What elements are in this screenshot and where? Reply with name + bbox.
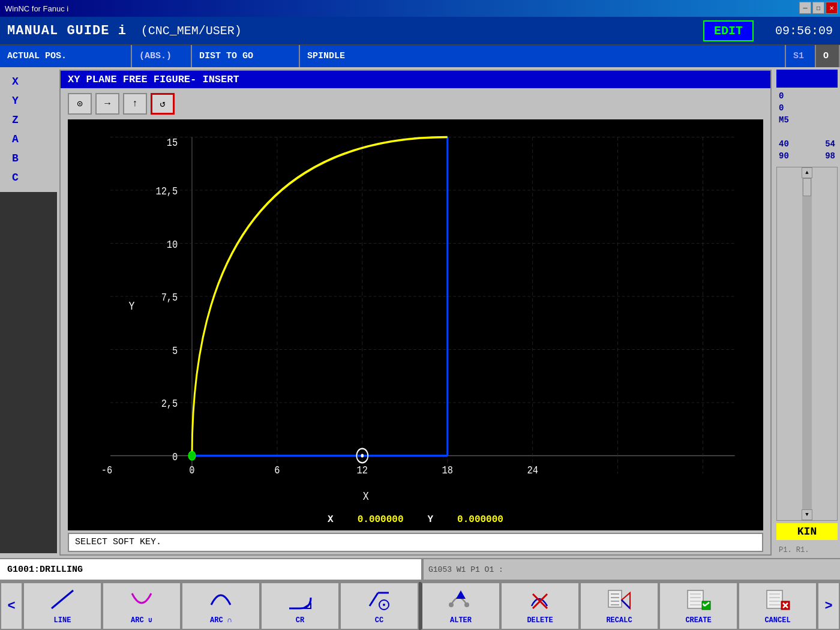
left-sidebar: X Y Z A B C <box>0 67 57 558</box>
y-coord-value: 0.000000 <box>457 514 503 525</box>
nav-right-button[interactable]: > <box>817 582 840 630</box>
svg-text:Y: Y <box>128 299 134 313</box>
gcode-right-text: G1053 W1 P1 O1 : <box>428 565 503 574</box>
title-bar: WinNC for Fanuc i ─ □ ✕ <box>0 0 840 17</box>
axis-y: Y <box>0 91 57 110</box>
svg-point-34 <box>361 454 364 458</box>
actual-pos-cell: ACTUAL POS. <box>0 45 132 67</box>
line-button[interactable]: LINE <box>23 582 102 630</box>
arc-down-label: ARC ∩ <box>210 616 232 625</box>
alter-icon <box>448 588 474 615</box>
x-coord-label: X <box>328 514 334 525</box>
abs-cell: (ABS.) <box>132 45 192 67</box>
scroll-down[interactable]: ▼ <box>802 509 812 520</box>
svg-point-39 <box>383 604 385 606</box>
svg-text:24: 24 <box>527 464 538 477</box>
svg-marker-42 <box>456 590 466 599</box>
create-label: CREATE <box>685 616 711 625</box>
status-message: SELECT SOFT KEY. <box>68 533 763 552</box>
axis-a: A <box>0 130 57 149</box>
recalc-label: RECALC <box>606 616 632 625</box>
arc-down-button[interactable]: ARC ∩ <box>181 582 260 630</box>
gcode-left: G1001:DRILLING <box>0 559 422 580</box>
svg-text:X: X <box>363 490 369 504</box>
alter-label: ALTER <box>450 616 472 625</box>
right-val-98: 98 <box>825 151 835 161</box>
svg-text:10: 10 <box>167 238 178 251</box>
axis-c: C <box>0 168 57 187</box>
p1r1-label: P1. R1. <box>776 545 838 556</box>
s1-cell: S1 <box>786 45 816 67</box>
dist-to-go-label: DIST TO GO <box>199 51 253 61</box>
close-button[interactable]: ✕ <box>826 2 838 14</box>
axis-z: Z <box>0 110 57 130</box>
minimize-button[interactable]: ─ <box>799 2 811 14</box>
cc-icon <box>366 588 392 615</box>
axis-x: X <box>0 72 57 91</box>
svg-text:0: 0 <box>189 464 194 477</box>
svg-text:18: 18 <box>442 464 452 477</box>
kin-badge: KIN <box>776 523 838 540</box>
svg-text:15: 15 <box>167 137 178 149</box>
svg-text:12,5: 12,5 <box>155 185 178 198</box>
svg-text:5: 5 <box>172 344 178 357</box>
cr-button[interactable]: CR <box>260 582 340 630</box>
cancel-button[interactable]: CANCEL <box>738 582 817 630</box>
svg-text:12: 12 <box>357 464 368 477</box>
center-panel: XY PLANE FREE FIGURE- INSERT ⊙ → ↑ ↺ <box>57 67 774 558</box>
svg-point-40 <box>449 602 454 607</box>
svg-line-36 <box>370 593 378 606</box>
scroll-up[interactable]: ▲ <box>802 167 812 178</box>
alter-button[interactable]: ALTER <box>421 582 500 630</box>
toolbar-arrow-btn[interactable]: → <box>95 93 119 115</box>
app-title: MANUAL GUIDE i <box>7 23 127 38</box>
toolbar-up-btn[interactable]: ↑ <box>123 93 147 115</box>
s1-label: S1 <box>793 51 804 61</box>
line-icon <box>49 588 76 615</box>
toolbar-point-btn[interactable]: ⊙ <box>68 93 92 115</box>
xy-dialog-title: XY PLANE FREE FIGURE- INSERT <box>61 71 770 88</box>
bottom-toolbar: < LINE ARC ∪ <box>0 581 840 630</box>
arc-up-label: ARC ∪ <box>131 616 152 625</box>
line-label: LINE <box>54 616 71 625</box>
right-val-40: 40 <box>779 139 789 149</box>
window-controls[interactable]: ─ □ ✕ <box>799 2 838 14</box>
chart-svg: 0 2,5 5 7,5 10 12,5 15 Y -6 0 6 12 18 24 <box>68 119 763 509</box>
svg-text:0: 0 <box>172 451 178 463</box>
cc-label: CC <box>375 616 383 625</box>
cc-button[interactable]: CC <box>340 582 419 630</box>
create-button[interactable]: CREATE <box>659 582 738 630</box>
maximize-button[interactable]: □ <box>812 2 824 14</box>
right-pair-1: 40 54 <box>776 138 838 150</box>
coord-display: X 0.000000 Y 0.000000 <box>68 509 763 530</box>
cancel-label: CANCEL <box>764 616 790 625</box>
arc-up-icon <box>128 587 155 614</box>
right-val-54: 54 <box>825 139 835 149</box>
cnc-mem-label: (CNC_MEM/USER) <box>141 24 242 38</box>
svg-line-50 <box>622 600 630 608</box>
right-val-90: 90 <box>779 151 789 161</box>
svg-text:6: 6 <box>274 464 280 477</box>
scrollbar[interactable]: ▲ ▼ <box>776 167 838 521</box>
abs-label: (ABS.) <box>139 51 172 61</box>
svg-rect-59 <box>767 590 782 608</box>
svg-line-35 <box>52 590 73 608</box>
cr-icon <box>287 588 313 615</box>
edit-badge: EDIT <box>703 20 754 41</box>
gcode-right: G1053 W1 P1 O1 : <box>422 559 840 580</box>
arc-up-button[interactable]: ARC ∪ <box>102 582 181 630</box>
xy-dialog: XY PLANE FREE FIGURE- INSERT ⊙ → ↑ ↺ <box>59 70 772 556</box>
spindle-cell: SPINDLE <box>300 45 786 67</box>
svg-point-41 <box>464 602 469 607</box>
nav-left-button[interactable]: < <box>0 582 23 630</box>
svg-text:7,5: 7,5 <box>161 292 178 304</box>
cr-label: CR <box>296 616 304 625</box>
svg-text:-6: -6 <box>101 464 112 477</box>
toolbar-arc-btn[interactable]: ↺ <box>151 93 175 115</box>
right-val-1: 0 <box>776 90 838 102</box>
right-pair-2: 90 98 <box>776 150 838 162</box>
dist-to-go-cell: DIST TO GO <box>192 45 300 67</box>
delete-button[interactable]: DELETE <box>500 582 580 630</box>
time-display: 09:56:09 <box>775 24 833 38</box>
recalc-button[interactable]: RECALC <box>580 582 659 630</box>
